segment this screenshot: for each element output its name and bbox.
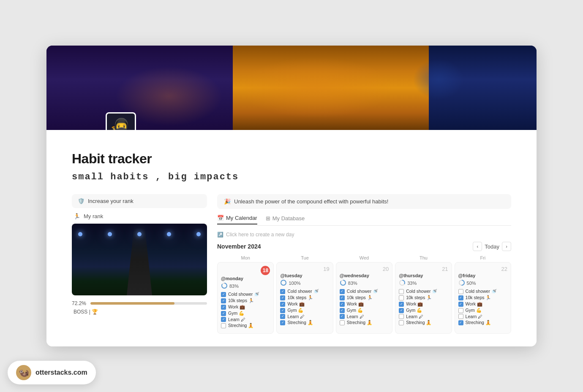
habit-checkbox[interactable] bbox=[458, 308, 463, 313]
habit-checkbox[interactable] bbox=[399, 302, 404, 307]
habit-item[interactable]: Work 💼 bbox=[340, 301, 389, 307]
habit-checkbox[interactable] bbox=[280, 320, 285, 325]
rank-banner: 🛡️ Increase your rank bbox=[72, 194, 207, 208]
habit-item[interactable]: Cold shower 🚿 bbox=[399, 289, 448, 294]
habit-checkbox[interactable] bbox=[221, 292, 226, 297]
habit-item[interactable]: Cold shower 🚿 bbox=[458, 289, 507, 294]
light-1 bbox=[78, 232, 82, 236]
habit-item[interactable]: Learn 🖊 bbox=[221, 317, 270, 322]
habit-checkbox[interactable] bbox=[458, 320, 463, 325]
habit-checkbox[interactable] bbox=[458, 302, 463, 307]
habit-checkbox[interactable] bbox=[458, 289, 463, 294]
habit-item[interactable]: Learn 🖊 bbox=[340, 314, 389, 319]
habit-item[interactable]: Work 💼 bbox=[458, 301, 507, 307]
habit-checkbox[interactable] bbox=[340, 289, 345, 294]
habit-checkbox[interactable] bbox=[340, 320, 345, 325]
cal-day-col[interactable]: 18@monday 83%Cold shower 🚿10k steps 🏃Wor… bbox=[217, 262, 274, 334]
habit-item[interactable]: Learn 🖊 bbox=[280, 314, 329, 319]
today-button[interactable]: Today bbox=[485, 243, 499, 250]
habit-item[interactable]: Cold shower 🚿 bbox=[221, 292, 270, 297]
cal-date-number: 21 bbox=[399, 266, 448, 272]
prev-month-button[interactable]: ‹ bbox=[473, 242, 482, 251]
rank-banner-text: Increase your rank bbox=[88, 198, 133, 204]
day-progress-text: 33% bbox=[407, 281, 417, 286]
tab-database[interactable]: ⊞ My Database bbox=[266, 215, 305, 224]
habit-checkbox[interactable] bbox=[221, 317, 226, 322]
cal-day-col[interactable]: 20@wednesday 83%Cold shower 🚿10k steps 🏃… bbox=[336, 262, 392, 334]
habit-item[interactable]: 10k steps 🏃 bbox=[458, 295, 507, 300]
calendar-header-row: Mon Tue Wed Thu Fri bbox=[217, 255, 511, 260]
habit-item[interactable]: Work 💼 bbox=[280, 301, 329, 307]
tab-calendar[interactable]: 📅 My Calendar bbox=[217, 215, 257, 224]
habit-name: Gym 💪 bbox=[406, 308, 422, 313]
cal-date-number: 18 bbox=[261, 266, 270, 275]
habit-checkbox[interactable] bbox=[280, 295, 285, 300]
cal-day-col[interactable]: 21@thursday 33%Cold shower 🚿10k steps 🏃W… bbox=[395, 262, 452, 334]
habit-checkbox[interactable] bbox=[221, 305, 226, 310]
habit-item[interactable]: Streching 🧘 bbox=[221, 323, 270, 328]
habit-item[interactable]: Gym 💪 bbox=[399, 308, 448, 313]
habit-checkbox[interactable] bbox=[399, 320, 404, 325]
habit-checkbox[interactable] bbox=[399, 289, 404, 294]
svg-point-3 bbox=[281, 280, 286, 285]
progress-circle-icon bbox=[280, 279, 287, 287]
cal-nav-controls: ‹ Today › bbox=[473, 242, 511, 251]
rank-icon: 🛡️ bbox=[78, 198, 84, 204]
habit-checkbox[interactable] bbox=[280, 314, 285, 319]
habit-item[interactable]: 10k steps 🏃 bbox=[399, 295, 448, 300]
create-day-hint[interactable]: ↗️ Click here to create a new day bbox=[217, 232, 511, 238]
light-2 bbox=[108, 232, 112, 236]
habit-checkbox[interactable] bbox=[340, 302, 345, 307]
calendar-nav: November 2024 ‹ Today › bbox=[217, 242, 511, 251]
habit-checkbox[interactable] bbox=[340, 314, 345, 319]
habit-item[interactable]: Streching 🧘 bbox=[458, 320, 507, 325]
progress-circle-icon bbox=[399, 279, 406, 287]
habit-checkbox[interactable] bbox=[399, 314, 404, 319]
light-5 bbox=[196, 232, 201, 236]
calendar-grid: 18@monday 83%Cold shower 🚿10k steps 🏃Wor… bbox=[217, 262, 511, 334]
day-progress: 83% bbox=[340, 279, 389, 287]
lights-row bbox=[78, 232, 201, 236]
habit-name: Streching 🧘 bbox=[228, 323, 253, 328]
habit-checkbox[interactable] bbox=[221, 311, 226, 316]
habit-checkbox[interactable] bbox=[399, 308, 404, 313]
next-month-button[interactable]: › bbox=[502, 242, 511, 251]
day-header-fri: Fri bbox=[455, 255, 511, 260]
habit-checkbox[interactable] bbox=[221, 323, 226, 328]
calendar-month: November 2024 bbox=[217, 243, 261, 250]
cal-day-col[interactable]: 22@friday 50%Cold shower 🚿10k steps 🏃Wor… bbox=[455, 262, 511, 334]
habit-checkbox[interactable] bbox=[458, 295, 463, 300]
habit-item[interactable]: Streching 🧘 bbox=[340, 320, 389, 325]
habit-item[interactable]: Streching 🧘 bbox=[280, 320, 329, 325]
habit-item[interactable]: Gym 💪 bbox=[458, 308, 507, 313]
habit-item[interactable]: Gym 💪 bbox=[221, 311, 270, 316]
habit-item[interactable]: Work 💼 bbox=[399, 301, 448, 307]
hero-banner: 🥷 bbox=[46, 46, 537, 130]
habit-checkbox[interactable] bbox=[340, 295, 345, 300]
habit-item[interactable]: Learn 🖊 bbox=[399, 314, 448, 319]
habit-checkbox[interactable] bbox=[280, 302, 285, 307]
habit-item[interactable]: Gym 💪 bbox=[280, 308, 329, 313]
habit-item[interactable]: Cold shower 🚿 bbox=[340, 289, 389, 294]
habit-item[interactable]: Learn 🖊 bbox=[458, 314, 507, 319]
habit-item[interactable]: Streching 🧘 bbox=[399, 320, 448, 325]
day-progress: 50% bbox=[458, 279, 507, 287]
cal-day-col[interactable]: 19@tuesday 100%Cold shower 🚿10k steps 🏃W… bbox=[276, 262, 333, 334]
habit-checkbox[interactable] bbox=[280, 289, 285, 294]
habit-item[interactable]: 10k steps 🏃 bbox=[280, 295, 329, 300]
habit-checkbox[interactable] bbox=[280, 308, 285, 313]
habit-checkbox[interactable] bbox=[458, 314, 463, 319]
right-panel: 🎉 Unleash the power of the compound effe… bbox=[217, 194, 511, 334]
habit-name: Streching 🧘 bbox=[347, 320, 372, 325]
habit-item[interactable]: 10k steps 🏃 bbox=[221, 298, 270, 303]
habit-checkbox[interactable] bbox=[340, 308, 345, 313]
habit-checkbox[interactable] bbox=[221, 298, 226, 303]
habit-item[interactable]: Work 💼 bbox=[221, 304, 270, 310]
habit-item[interactable]: 10k steps 🏃 bbox=[340, 295, 389, 300]
habit-item[interactable]: Gym 💪 bbox=[340, 308, 389, 313]
habit-item[interactable]: Cold shower 🚿 bbox=[280, 289, 329, 294]
day-header-mon: Mon bbox=[217, 255, 274, 260]
habit-name: Streching 🧘 bbox=[287, 320, 313, 325]
tabs-row: 📅 My Calendar ⊞ My Database bbox=[217, 215, 511, 226]
habit-checkbox[interactable] bbox=[399, 295, 404, 300]
